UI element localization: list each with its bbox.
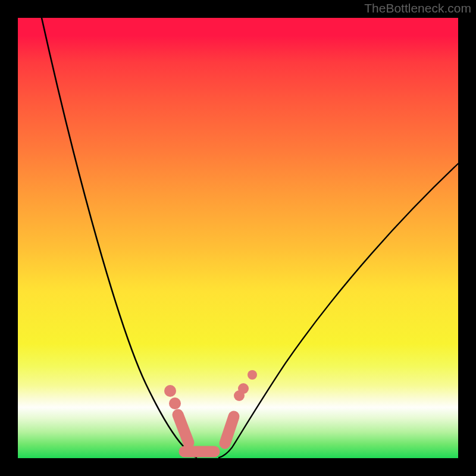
right-curve: [219, 164, 458, 458]
marker-right-dot-1: [238, 383, 249, 394]
chart-svg: [18, 18, 458, 458]
watermark-text: TheBottleneck.com: [364, 1, 471, 15]
marker-left-segment: [178, 415, 189, 443]
marker-right-segment: [225, 416, 234, 443]
marker-left-dot-0: [164, 385, 176, 397]
marker-right-dot-2: [248, 370, 257, 380]
chart-plot-area: [18, 18, 458, 458]
marker-left-dot-1: [169, 397, 181, 409]
